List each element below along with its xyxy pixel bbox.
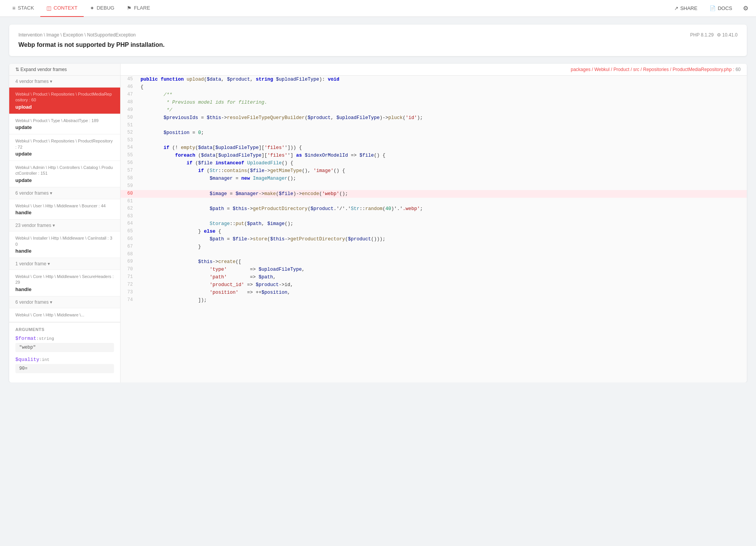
- stack-frame-caninstall[interactable]: Webkul \ Installer \ Http \ Middleware \…: [9, 232, 120, 258]
- frame-path-2: Webkul \ Product \ Type \ AbstractType :…: [15, 118, 114, 124]
- stack-frame-abstracttype[interactable]: Webkul \ Product \ Type \ AbstractType :…: [9, 114, 120, 134]
- line-code: 'path' => $path,: [136, 273, 747, 281]
- error-breadcrumb: Intervention \ Image \ Exception \ NotSu…: [18, 32, 165, 38]
- line-code: if ($file instanceof UploadedFile() {: [136, 159, 747, 167]
- vendor-frames-1-label: 1 vendor frame ▾: [15, 261, 50, 266]
- vendor-frames-1[interactable]: 1 vendor frame ▾: [9, 258, 120, 270]
- arg-quality-type: :int: [39, 357, 49, 362]
- php-version: PHP 8.1.29: [690, 32, 713, 38]
- vendor-frames-4[interactable]: 4 vendor frames ▾: [9, 76, 120, 88]
- error-banner: Intervention \ Image \ Exception \ NotSu…: [9, 25, 747, 56]
- arg-format-name: $format:string: [15, 336, 114, 341]
- app-version: ⚙ 10.41.0: [717, 32, 738, 38]
- code-line-72: 72 'product_id' => $product->id,: [121, 281, 747, 289]
- gear-icon: ⚙: [743, 5, 748, 12]
- active-stack-frame[interactable]: Webkul \ Product \ Repositories \ Produc…: [9, 88, 120, 114]
- code-line-59: 59: [121, 182, 747, 190]
- tab-context[interactable]: ◫ CONTEXT: [40, 0, 84, 17]
- frame-method-4: update: [15, 177, 114, 183]
- stack-frame-truncated[interactable]: Webkul \ Core \ Http \ Middleware \...: [9, 308, 120, 322]
- line-code: [136, 251, 747, 258]
- file-name: ProductMediaRepository.php: [673, 67, 732, 72]
- line-code: if (Str::contains($file->getMimeType(), …: [136, 167, 747, 175]
- line-number: 54: [121, 144, 136, 152]
- frame-method-5: handle: [15, 210, 114, 215]
- share-button[interactable]: ↗ SHARE: [671, 4, 701, 13]
- docs-button[interactable]: 📄 DOCS: [706, 4, 735, 13]
- file-line: 60: [736, 67, 741, 72]
- line-code: 'position' => ++$position,: [136, 289, 747, 296]
- line-number: 64: [121, 220, 136, 228]
- stack-frame-secureheaders[interactable]: Webkul \ Core \ Http \ Middleware \ Secu…: [9, 270, 120, 296]
- code-line-54: 54 if (! empty($data[$uploadFileType]['f…: [121, 144, 747, 152]
- line-number: 68: [121, 251, 136, 258]
- stack-frame-bouncer[interactable]: Webkul \ User \ Http \ Middleware \ Boun…: [9, 199, 120, 220]
- code-line-49: 49 */: [121, 106, 747, 114]
- code-container: 45public function upload($data, $product…: [121, 76, 747, 304]
- expand-vendor-button[interactable]: ⇅ Expand vendor frames: [9, 64, 120, 76]
- line-code: $path = $file->store($this->getProductDi…: [136, 235, 747, 243]
- line-number: 57: [121, 167, 136, 175]
- code-line-69: 69 $this->create([: [121, 258, 747, 266]
- line-number: 69: [121, 258, 136, 266]
- line-code: */: [136, 106, 747, 114]
- line-number: 70: [121, 266, 136, 273]
- file-header: packages / Webkul / Product / src / Repo…: [121, 64, 747, 76]
- vendor-frames-23[interactable]: 23 vendor frames ▾: [9, 220, 120, 232]
- line-number: 74: [121, 296, 136, 304]
- stack-frame-productrepository[interactable]: Webkul \ Product \ Repositories \ Produc…: [9, 134, 120, 161]
- stack-frame-productcontroller[interactable]: Webkul \ Admin \ Http \ Controllers \ Ca…: [9, 161, 120, 187]
- code-line-50: 50 $previousIds = $this->resolveFileType…: [121, 114, 747, 122]
- share-icon: ↗: [674, 5, 678, 11]
- vendor-frames-6b[interactable]: 6 vendor frames ▾: [9, 296, 120, 308]
- line-code: if (! empty($data[$uploadFileType]['file…: [136, 144, 747, 152]
- settings-button[interactable]: ⚙: [741, 3, 750, 13]
- line-number: 63: [121, 213, 136, 220]
- line-number: 45: [121, 76, 136, 83]
- code-line-48: 48 * Previous model ids for filtering.: [121, 99, 747, 106]
- line-number: 66: [121, 235, 136, 243]
- nav-tabs: ≡ STACK ◫ CONTEXT ✦ DEBUG ⚑ FLARE: [6, 0, 671, 17]
- file-line-sep: :: [732, 67, 736, 72]
- stack-panel: ⇅ Expand vendor frames 4 vendor frames ▾…: [9, 64, 121, 382]
- line-code: 'type' => $uploadFileType,: [136, 266, 747, 273]
- code-line-70: 70 'type' => $uploadFileType,: [121, 266, 747, 273]
- arg-format-var: $format: [15, 336, 36, 341]
- code-line-67: 67 }: [121, 243, 747, 251]
- frame-method-2: update: [15, 124, 114, 130]
- tab-debug[interactable]: ✦ DEBUG: [84, 0, 121, 17]
- line-code: foreach ($data[$uploadFileType]['files''…: [136, 152, 747, 159]
- vendor-frames-4-label: 4 vendor frames ▾: [15, 79, 52, 84]
- line-code: } else {: [136, 228, 747, 235]
- tab-flare[interactable]: ⚑ FLARE: [121, 0, 156, 17]
- line-number: 67: [121, 243, 136, 251]
- vendor-frames-6a-label: 6 vendor frames ▾: [15, 190, 52, 196]
- arguments-section: ARGUMENTS $format:string "webp" $quality…: [9, 322, 120, 382]
- arg-format-value: "webp": [15, 343, 114, 352]
- arg-quality-name: $quality:int: [15, 357, 114, 362]
- code-line-51: 51: [121, 122, 747, 129]
- line-number: 50: [121, 114, 136, 122]
- line-code: $position = 0;: [136, 129, 747, 137]
- code-line-64: 64 Storage::put($path, $image();: [121, 220, 747, 228]
- line-number: 73: [121, 289, 136, 296]
- docs-label: DOCS: [718, 5, 732, 11]
- code-line-53: 53: [121, 137, 747, 144]
- tab-flare-label: FLARE: [134, 5, 150, 11]
- line-number: 65: [121, 228, 136, 235]
- vendor-frames-6a[interactable]: 6 vendor frames ▾: [9, 187, 120, 199]
- tab-stack[interactable]: ≡ STACK: [6, 0, 40, 17]
- line-number: 49: [121, 106, 136, 114]
- code-line-58: 58 $manager = new ImageManager();: [121, 175, 747, 182]
- frame-method-3: update: [15, 151, 114, 157]
- line-code: }: [136, 243, 747, 251]
- line-number: 55: [121, 152, 136, 159]
- error-meta: PHP 8.1.29 ⚙ 10.41.0: [690, 32, 738, 38]
- line-number: 71: [121, 273, 136, 281]
- line-number: 59: [121, 182, 136, 190]
- code-line-46: 46{: [121, 83, 747, 91]
- code-table: 45public function upload($data, $product…: [121, 76, 747, 304]
- line-code: {: [136, 83, 747, 91]
- code-line-47: 47 /**: [121, 91, 747, 99]
- arguments-title: ARGUMENTS: [15, 327, 114, 332]
